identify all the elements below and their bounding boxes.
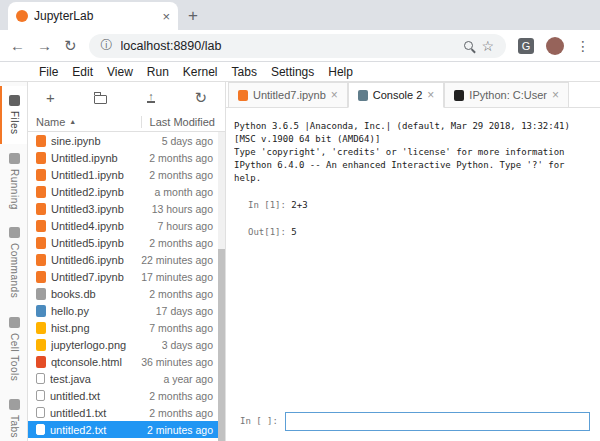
menu-file[interactable]: File	[32, 65, 65, 79]
file-name: Untitled7.ipynb	[51, 271, 136, 283]
file-name: Untitled4.ipynb	[51, 220, 153, 232]
reload-icon[interactable]: ↻	[64, 38, 77, 53]
tab-ipython-terminal[interactable]: IPython: C:User ×	[444, 82, 569, 107]
file-row[interactable]: untitled.txt 2 months ago	[28, 387, 225, 404]
profile-avatar[interactable]	[546, 37, 564, 55]
back-icon[interactable]: ←	[10, 38, 25, 53]
file-modified: 17 days ago	[156, 305, 213, 317]
menu-help[interactable]: Help	[321, 65, 360, 79]
file-browser-toolbar: + ↑ ↻	[28, 82, 225, 112]
banner-line: IPython 6.4.0 -- An enhanced Interactive…	[234, 159, 592, 172]
refresh-button[interactable]: ↻	[194, 90, 207, 105]
file-name: test.java	[50, 373, 158, 385]
tab-close-icon[interactable]: ×	[162, 10, 170, 23]
console-output-cell: Out[1]: 5	[234, 226, 592, 239]
tab-close-icon[interactable]: ×	[427, 89, 434, 101]
file-modified: a month ago	[155, 186, 213, 198]
menu-kernel[interactable]: Kernel	[176, 65, 225, 79]
console-panel: Python 3.6.5 |Anaconda, Inc.| (default, …	[226, 108, 600, 441]
tab-label: Console 2	[373, 89, 423, 101]
file-row[interactable]: Untitled5.ipynb 2 months ago	[28, 234, 225, 251]
file-row[interactable]: test.java a year ago	[28, 370, 225, 387]
file-row[interactable]: qtconsole.html 36 minutes ago	[28, 353, 225, 370]
tab-untitled7-notebook[interactable]: Untitled7.ipynb ×	[228, 82, 348, 107]
jupyterlab-body: Files Running Commands Cell Tools Tabs	[0, 82, 600, 441]
menu-tabs[interactable]: Tabs	[225, 65, 264, 79]
file-modified: 36 minutes ago	[141, 356, 213, 368]
file-row[interactable]: untitled1.txt 2 months ago	[28, 404, 225, 421]
console-input[interactable]	[285, 412, 590, 431]
file-row-selected[interactable]: untitled2.txt 2 minutes ago	[28, 421, 225, 438]
sidebar-tab-cell-tools[interactable]: Cell Tools	[0, 308, 27, 390]
file-name: untitled1.txt	[50, 407, 144, 419]
file-modified: 2 months ago	[149, 237, 213, 249]
file-row[interactable]: hello.py 17 days ago	[28, 302, 225, 319]
banner-line: help.	[234, 172, 592, 185]
file-modified: 7 months ago	[149, 322, 213, 334]
menu-run[interactable]: Run	[140, 65, 176, 79]
file-name: hist.png	[51, 322, 144, 334]
file-row[interactable]: jupyterlogo.png 3 days ago	[28, 336, 225, 353]
file-row[interactable]: books.db 2 months ago	[28, 285, 225, 302]
sidebar-tab-tabs[interactable]: Tabs	[0, 390, 27, 441]
scrollbar-thumb[interactable]	[218, 249, 225, 441]
new-folder-button[interactable]	[94, 91, 107, 104]
menu-edit[interactable]: Edit	[65, 65, 100, 79]
screen: JupyterLab × + ← → ↻ ⓘ localhost:8890/la…	[0, 0, 600, 441]
forward-icon[interactable]: →	[37, 38, 52, 53]
upload-button[interactable]: ↑	[147, 91, 155, 103]
python-file-icon	[36, 305, 46, 317]
file-name: Untitled6.ipynb	[51, 254, 136, 266]
bookmark-star-icon[interactable]: ☆	[481, 39, 494, 53]
file-row[interactable]: Untitled.ipynb 2 months ago	[28, 149, 225, 166]
cell-code: 2+3	[291, 200, 307, 210]
url-omnibox[interactable]: ⓘ localhost:8890/lab ☆	[89, 34, 506, 58]
sidebar-label: Files	[9, 111, 20, 135]
browser-tab-title: JupyterLab	[34, 9, 156, 23]
browser-tab[interactable]: JupyterLab ×	[8, 2, 178, 30]
file-row[interactable]: Untitled2.ipynb a month ago	[28, 183, 225, 200]
tab-console-2[interactable]: Console 2 ×	[348, 82, 445, 108]
database-file-icon	[36, 288, 46, 300]
notebook-file-icon	[36, 271, 46, 283]
sidebar-tab-files[interactable]: Files	[0, 86, 27, 144]
modified-column-header[interactable]: Last Modified	[141, 116, 215, 128]
file-row[interactable]: hist.png 7 months ago	[28, 319, 225, 336]
tab-close-icon[interactable]: ×	[331, 89, 338, 101]
cell-output: 5	[291, 227, 296, 237]
tab-label: IPython: C:User	[469, 89, 547, 101]
sidebar-label: Running	[9, 169, 20, 210]
file-row[interactable]: Untitled4.ipynb 7 hours ago	[28, 217, 225, 234]
browser-addressbar: ← → ↻ ⓘ localhost:8890/lab ☆ G ⋮	[0, 30, 600, 62]
file-row[interactable]: Untitled6.ipynb 22 minutes ago	[28, 251, 225, 268]
file-name: Untitled5.ipynb	[51, 237, 144, 249]
file-list-scrollbar[interactable]	[218, 132, 225, 441]
file-row[interactable]: Untitled1.ipynb 2 months ago	[28, 166, 225, 183]
new-tab-button[interactable]: +	[188, 2, 198, 30]
sidebar-tab-running[interactable]: Running	[0, 144, 27, 219]
file-row[interactable]: sine.ipynb 5 days ago	[28, 132, 225, 149]
file-row[interactable]: Untitled3.ipynb 13 hours ago	[28, 200, 225, 217]
extension-badge[interactable]: G	[518, 38, 534, 54]
file-name: Untitled.ipynb	[51, 152, 144, 164]
menu-view[interactable]: View	[100, 65, 140, 79]
text-file-icon	[36, 390, 45, 401]
file-name: jupyterlogo.png	[51, 339, 157, 351]
browser-menu-icon[interactable]: ⋮	[576, 39, 590, 53]
console-tab-icon	[358, 90, 368, 101]
new-launcher-button[interactable]: +	[46, 90, 55, 105]
menu-settings[interactable]: Settings	[264, 65, 321, 79]
html-file-icon	[36, 356, 46, 368]
tabs-icon	[9, 399, 20, 410]
file-row[interactable]: Untitled7.ipynb 17 minutes ago	[28, 268, 225, 285]
console-input-cell: In [1]: 2+3	[234, 199, 592, 212]
tab-close-icon[interactable]: ×	[552, 89, 559, 101]
notebook-file-icon	[36, 152, 46, 164]
search-icon[interactable]	[464, 41, 473, 50]
file-modified: 2 months ago	[149, 288, 213, 300]
file-modified: 3 days ago	[162, 339, 213, 351]
site-info-icon[interactable]: ⓘ	[101, 37, 113, 54]
left-sidebar-strip: Files Running Commands Cell Tools Tabs	[0, 82, 28, 441]
name-column-header[interactable]: Name ▲	[36, 116, 141, 128]
sidebar-tab-commands[interactable]: Commands	[0, 218, 27, 307]
